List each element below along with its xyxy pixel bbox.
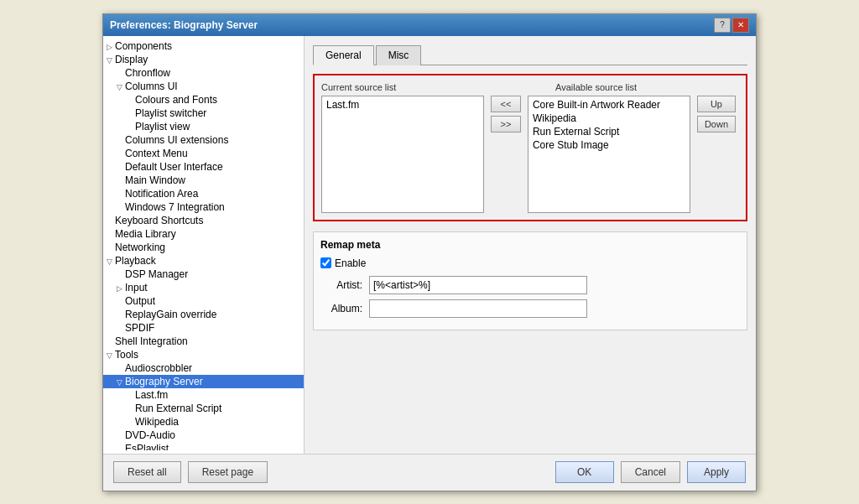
sidebar-item-wikipedia[interactable]: Wikipedia — [103, 415, 304, 429]
sidebar-item-label: Playlist view — [135, 121, 190, 132]
sidebar-item-biography-server[interactable]: ▽Biography Server — [103, 375, 304, 388]
tree-arrow — [117, 432, 125, 440]
sidebar-item-output[interactable]: Output — [103, 294, 304, 308]
cancel-button[interactable]: Cancel — [621, 461, 680, 483]
sidebar-item-playlist-switcher[interactable]: Playlist switcher — [103, 107, 304, 120]
tree-arrow — [117, 445, 125, 450]
sidebar-item-notification[interactable]: Notification Area — [103, 187, 304, 200]
sidebar-item-input[interactable]: ▷Input — [103, 281, 304, 294]
sidebar-item-tools[interactable]: ▽Tools — [103, 348, 304, 361]
sidebar-item-colours-fonts[interactable]: Colours and Fonts — [103, 93, 304, 107]
sidebar-item-label: Windows 7 Integration — [125, 201, 225, 213]
move-right-button[interactable]: >> — [491, 116, 521, 132]
move-left-button[interactable]: << — [491, 96, 521, 112]
sidebar-item-default-ui[interactable]: Default User Interface — [103, 160, 304, 174]
main-window: Preferences: Biography Server ? ✕ ▷Compo… — [102, 13, 757, 491]
tree-arrow — [127, 405, 135, 413]
sidebar-item-main-window[interactable]: Main Window — [103, 174, 304, 187]
sidebar-item-playlist-view[interactable]: Playlist view — [103, 120, 304, 133]
sidebar-item-label: Context Menu — [125, 148, 188, 159]
tab-misc[interactable]: Misc — [376, 45, 422, 65]
album-input[interactable] — [369, 299, 587, 318]
down-button[interactable]: Down — [697, 116, 736, 132]
ok-button[interactable]: OK — [555, 461, 614, 483]
source-list-section: Current source list Available source lis… — [313, 74, 747, 221]
title-bar: Preferences: Biography Server ? ✕ — [103, 14, 756, 36]
sidebar-item-playback[interactable]: ▽Playback — [103, 254, 304, 268]
sidebar-item-lastfm[interactable]: Last.fm — [103, 388, 304, 402]
sidebar-item-shell[interactable]: Shell Integration — [103, 335, 304, 348]
sidebar-item-esplaylist[interactable]: EsPlaylist — [103, 442, 304, 450]
close-button[interactable]: ✕ — [732, 18, 749, 33]
reset-all-button[interactable]: Reset all — [113, 461, 181, 483]
sidebar-item-audioscrobbler[interactable]: Audioscrobbler — [103, 361, 304, 375]
sidebar-item-chronflow[interactable]: Chronflow — [103, 66, 304, 80]
sidebar-item-components[interactable]: ▷Components — [103, 39, 304, 53]
album-row: Album: — [320, 299, 740, 318]
bottom-bar: Reset all Reset page OK Cancel Apply — [103, 454, 756, 491]
tree-arrow — [117, 325, 125, 333]
sidebar-item-label: Colours and Fonts — [135, 94, 217, 106]
artist-row: Artist: — [320, 276, 740, 294]
sidebar-item-label: Chronflow — [125, 67, 170, 79]
help-button[interactable]: ? — [714, 18, 731, 33]
list-item[interactable]: Run External Script — [530, 125, 688, 138]
tree-arrow: ▽ — [117, 83, 125, 91]
reset-page-button[interactable]: Reset page — [188, 461, 268, 483]
tree-arrow: ▷ — [117, 284, 125, 293]
sidebar-item-columns-ui[interactable]: ▽Columns UI — [103, 80, 304, 93]
sidebar-item-label: Columns UI — [125, 81, 178, 92]
sidebar-item-context-menu[interactable]: Context Menu — [103, 147, 304, 160]
sidebar-item-label: DVD-Audio — [125, 429, 175, 441]
sidebar-item-keyboard[interactable]: Keyboard Shortcuts — [103, 214, 304, 227]
sidebar-item-replaygain[interactable]: ReplayGain override — [103, 308, 304, 321]
tree-arrow — [127, 110, 135, 118]
list-item[interactable]: Core Stub Image — [530, 138, 688, 152]
tree-arrow: ▽ — [107, 56, 115, 65]
sidebar-item-label: SPDIF — [125, 322, 154, 334]
list-item[interactable]: Wikipedia — [530, 112, 688, 125]
sidebar-item-networking[interactable]: Networking — [103, 241, 304, 254]
sidebar-item-spdif[interactable]: SPDIF — [103, 321, 304, 335]
sidebar-scroll[interactable]: ▷Components▽Display Chronflow▽Columns UI… — [103, 39, 304, 450]
tree-arrow — [107, 244, 115, 252]
tree-arrow — [117, 298, 125, 306]
sidebar-item-media-lib[interactable]: Media Library — [103, 227, 304, 241]
apply-button[interactable]: Apply — [687, 461, 746, 483]
list-item[interactable]: Last.fm — [324, 98, 482, 112]
tree-arrow: ▽ — [117, 378, 125, 387]
sidebar-item-label: DSP Manager — [125, 268, 188, 280]
sidebar-item-label: Playlist switcher — [135, 107, 206, 119]
sidebar-item-run-external[interactable]: Run External Script — [103, 402, 304, 415]
tree-arrow — [117, 70, 125, 78]
sidebar-item-display[interactable]: ▽Display — [103, 53, 304, 66]
available-list-box[interactable]: Core Built-in Artwork Reader Wikipedia R… — [528, 96, 690, 213]
tree-arrow — [117, 150, 125, 158]
sidebar-item-label: Shell Integration — [115, 335, 188, 347]
tree-arrow — [127, 392, 135, 400]
sidebar-item-win7[interactable]: Windows 7 Integration — [103, 200, 304, 214]
nav-buttons: Up Down — [694, 96, 739, 132]
tree-arrow — [117, 164, 125, 172]
window-title: Preferences: Biography Server — [110, 19, 258, 31]
right-panel: General Misc Current source list Availab… — [305, 36, 756, 454]
current-list-box[interactable]: Last.fm — [321, 96, 484, 213]
sidebar-item-columns-ext[interactable]: Columns UI extensions — [103, 133, 304, 147]
tab-general[interactable]: General — [313, 45, 374, 65]
bottom-right-buttons: OK Cancel Apply — [555, 461, 746, 483]
artist-input[interactable] — [369, 276, 587, 294]
list-item[interactable]: Core Built-in Artwork Reader — [530, 98, 688, 112]
sidebar-item-label: Notification Area — [125, 188, 198, 200]
current-source-label: Current source list — [321, 82, 505, 92]
source-list-header: Current source list Available source lis… — [321, 82, 739, 92]
tabs-container: General Misc — [313, 44, 747, 65]
up-button[interactable]: Up — [697, 96, 736, 112]
sidebar-item-dvd-audio[interactable]: DVD-Audio — [103, 429, 304, 442]
sidebar-item-dsp[interactable]: DSP Manager — [103, 268, 304, 281]
sidebar: ▷Components▽Display Chronflow▽Columns UI… — [103, 36, 305, 454]
enable-label: Enable — [335, 257, 366, 269]
sidebar-item-label: Columns UI extensions — [125, 134, 228, 146]
enable-checkbox[interactable] — [320, 257, 331, 268]
sidebar-item-label: Audioscrobbler — [125, 362, 192, 374]
tree-arrow — [117, 177, 125, 185]
